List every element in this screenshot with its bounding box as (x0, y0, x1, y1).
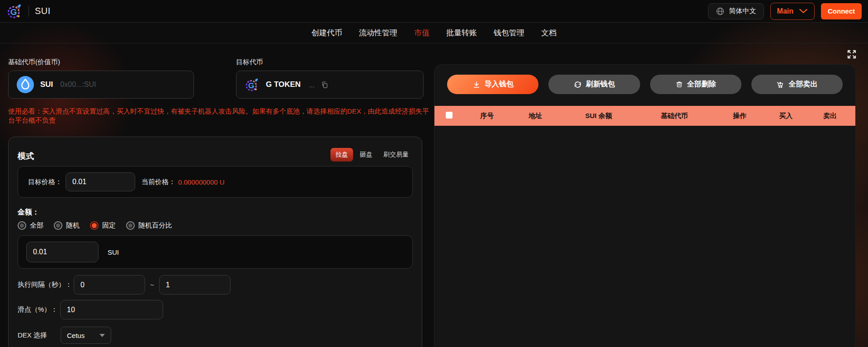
target-token-address: ... (309, 81, 315, 89)
radio-fixed[interactable]: 固定 (90, 221, 116, 230)
radio-random-percent[interactable]: 随机百分比 (126, 221, 172, 230)
wallet-panel: 导入钱包 刷新钱包 全部删除 (434, 64, 856, 347)
download-icon (472, 81, 481, 89)
amount-label: 金额： (18, 208, 413, 217)
dropdown-arrow-icon (99, 334, 105, 337)
app-header: G SUI 简体中文 Main (0, 0, 868, 23)
target-token-group: 目标代币 G G TOKEN ... (236, 58, 424, 99)
nav-item-docs[interactable]: 文档 (541, 28, 557, 38)
base-token-label: 基础代币(价值币) (8, 58, 194, 67)
base-token-selector[interactable]: SUI (8, 71, 194, 99)
mode-panel: 模式 拉盘 砸盘 刷交易量 目标价格： 当前价格： 0.000000000 U … (8, 137, 422, 347)
chevron-down-icon (799, 8, 808, 14)
tab-dump[interactable]: 砸盘 (356, 151, 377, 159)
g-token-icon: G (245, 77, 259, 92)
radio-fixed-circle[interactable] (90, 221, 99, 230)
target-price-input[interactable] (66, 172, 135, 191)
target-token-selector[interactable]: G G TOKEN ... (236, 71, 424, 99)
radio-random-circle[interactable] (54, 221, 62, 230)
select-all-cell (434, 112, 464, 120)
usage-warning: 使用必看：买入滑点不宜设置过高，买入时不宜过快，有被夹子机器人攻击风险。如果有多… (8, 107, 434, 125)
base-token-input[interactable] (59, 80, 185, 89)
wallet-actions: 导入钱包 刷新钱包 全部删除 (434, 65, 855, 94)
brand-logo-icon: G (6, 3, 23, 19)
nav-item-market-value[interactable]: 市值 (414, 28, 429, 38)
current-price-value: 0.000000000 U (178, 178, 225, 186)
import-wallets-button[interactable]: 导入钱包 (447, 75, 538, 94)
radio-all-circle[interactable] (18, 221, 26, 230)
connect-button[interactable]: Connect (821, 3, 862, 19)
header-actions: 简体中文 Main Connect (708, 3, 862, 20)
amount-box: SUI (18, 235, 413, 269)
sell-all-label: 全部卖出 (788, 80, 817, 89)
target-token-label: 目标代币 (236, 58, 424, 67)
base-token-group: 基础代币(价值币) SUI (8, 58, 194, 99)
delete-all-label: 全部删除 (687, 80, 716, 89)
radio-all-label: 全部 (30, 221, 43, 230)
radio-fixed-label: 固定 (102, 221, 116, 230)
mode-panel-head: 模式 拉盘 砸盘 刷交易量 (18, 147, 413, 162)
dex-select[interactable]: Cetus (61, 327, 111, 344)
mode-title: 模式 (18, 151, 34, 162)
current-price-label: 当前价格： (142, 178, 175, 186)
interval-separator: ~ (150, 281, 154, 289)
svg-text:G: G (248, 81, 254, 90)
col-buy: 买入 (767, 112, 805, 120)
brand-name: SUI (35, 6, 51, 16)
copy-icon[interactable] (321, 81, 329, 89)
delete-all-button[interactable]: 全部删除 (650, 75, 741, 94)
radio-random[interactable]: 随机 (54, 221, 80, 230)
fullscreen-expand-icon[interactable] (846, 48, 858, 60)
col-index: 序号 (464, 112, 510, 120)
sell-all-button[interactable]: 全部卖出 (751, 75, 843, 94)
language-label: 简体中文 (729, 7, 756, 15)
refresh-wallets-label: 刷新钱包 (586, 80, 615, 89)
globe-icon (716, 7, 725, 16)
language-selector[interactable]: 简体中文 (708, 3, 764, 19)
cart-icon (776, 81, 784, 89)
sui-token-icon (17, 76, 34, 93)
select-all-checkbox[interactable] (446, 112, 453, 119)
price-box: 目标价格： 当前价格： 0.000000000 U (18, 166, 413, 198)
dex-label: DEX 选择 (18, 331, 61, 340)
interval-max-input[interactable] (159, 275, 231, 295)
page: G SUI 简体中文 Main (0, 0, 868, 347)
wallet-table-body (434, 126, 855, 320)
svg-text:G: G (10, 7, 17, 17)
amount-unit: SUI (108, 248, 119, 256)
nav-item-liquidity[interactable]: 流动性管理 (359, 28, 397, 38)
base-token-symbol: SUI (40, 80, 53, 89)
network-selector[interactable]: Main (770, 3, 815, 20)
target-token-symbol: G TOKEN (266, 80, 301, 89)
network-label: Main (777, 7, 793, 15)
dex-value: Cetus (67, 332, 85, 339)
col-sui-balance: SUI 余额 (561, 112, 637, 120)
amount-mode-radios: 全部 随机 固定 随机百分比 (18, 221, 413, 230)
interval-min-input[interactable] (74, 275, 145, 295)
brand: G SUI (6, 3, 51, 19)
col-sell: 卖出 (805, 112, 855, 120)
radio-random-percent-label: 随机百分比 (138, 221, 172, 230)
nav-item-create-token[interactable]: 创建代币 (311, 28, 342, 38)
tab-wash-volume[interactable]: 刷交易量 (379, 151, 413, 159)
tab-pump[interactable]: 拉盘 (330, 148, 353, 162)
amount-input[interactable] (26, 242, 99, 262)
nav-item-batch-transfer[interactable]: 批量转账 (446, 28, 477, 38)
refresh-icon (574, 81, 582, 89)
col-operation: 操作 (712, 112, 767, 120)
brand-divider (28, 6, 29, 17)
slippage-label: 滑点（%）： (18, 305, 60, 314)
col-address: 地址 (510, 112, 561, 120)
refresh-wallets-button[interactable]: 刷新钱包 (548, 75, 640, 94)
wallet-table-header: 序号 地址 SUI 余额 基础代币 操作 买入 卖出 (434, 106, 855, 126)
dex-row: DEX 选择 Cetus (18, 327, 413, 344)
slippage-input[interactable] (60, 300, 163, 319)
interval-label: 执行间隔（秒）： (18, 280, 74, 289)
radio-random-percent-circle[interactable] (126, 221, 135, 230)
col-base-token: 基础代币 (637, 112, 712, 120)
radio-all[interactable]: 全部 (18, 221, 43, 230)
nav-item-wallet-manage[interactable]: 钱包管理 (494, 28, 524, 38)
trash-icon (675, 81, 683, 88)
main-content: 基础代币(价值币) SUI 目标代币 G (0, 43, 868, 347)
main-nav: 创建代币 流动性管理 市值 批量转账 钱包管理 文档 (0, 23, 868, 43)
